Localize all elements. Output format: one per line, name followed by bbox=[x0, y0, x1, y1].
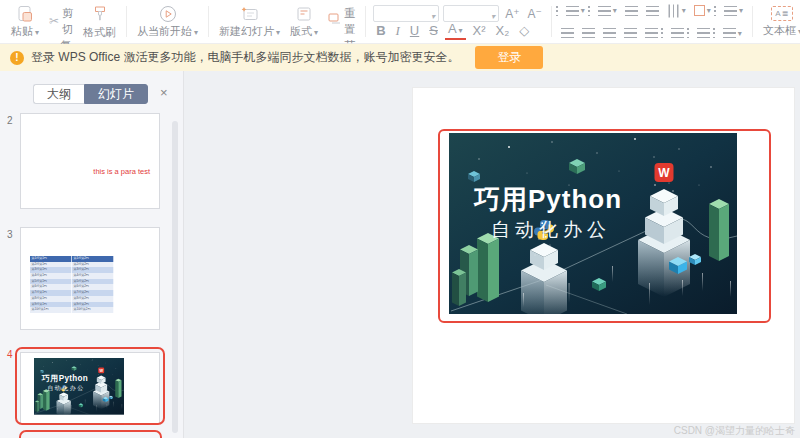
cut-copy-group: ✂ 剪切 ⧉ 复制 bbox=[44, 2, 78, 41]
slide-3-number: 3 bbox=[7, 229, 13, 240]
table-row: 第10行第1列 第10行第2列 bbox=[30, 307, 114, 313]
ribbon-toolbar: 粘贴 ✂ 剪切 ⧉ 复制 格式刷 从当前开始 bbox=[0, 0, 800, 44]
toolbar-separator bbox=[551, 6, 552, 37]
slide-title: 巧用Python bbox=[474, 182, 622, 217]
strikethrough-button[interactable]: S bbox=[426, 22, 441, 40]
sidebar-scrollbar[interactable] bbox=[172, 121, 178, 433]
decrease-font-size-button[interactable]: A⁻ bbox=[525, 7, 543, 21]
wps-presentation-window: 粘贴 ✂ 剪切 ⧉ 复制 格式刷 从当前开始 bbox=[0, 0, 800, 438]
paragraph-spacing-decrease-button[interactable] bbox=[692, 28, 710, 38]
decrease-indent-button[interactable] bbox=[625, 6, 638, 16]
warning-icon: ! bbox=[10, 51, 24, 65]
slide-2-text: this is a para test bbox=[93, 167, 150, 176]
italic-button[interactable]: I bbox=[393, 22, 403, 40]
paste-button[interactable]: 粘贴 bbox=[6, 2, 44, 41]
align-justify-icon bbox=[624, 28, 637, 38]
numbered-list-button[interactable] bbox=[593, 6, 617, 16]
bullet-list-icon bbox=[566, 6, 579, 16]
scissors-icon: ✂ bbox=[49, 13, 59, 29]
font-group: A⁺ A⁻ B I U S A X² X₂ ◇ bbox=[371, 2, 546, 41]
text-box-icon: A≣ bbox=[771, 4, 793, 23]
align-distribute-button[interactable] bbox=[645, 28, 658, 38]
tab-slides[interactable]: 幻灯片 bbox=[84, 84, 148, 104]
font-family-select[interactable] bbox=[373, 5, 439, 22]
slide-subtitle: 自动化办公 bbox=[491, 217, 611, 243]
reset-icon bbox=[328, 13, 341, 29]
cut-button[interactable]: ✂ 剪切 bbox=[46, 5, 76, 37]
clipboard-icon bbox=[15, 4, 35, 24]
align-justify-button[interactable] bbox=[624, 28, 637, 38]
numbered-list-icon bbox=[598, 6, 611, 16]
slide-panel: 大纲 幻灯片 × 2 this is a para test 3 第1行第1列 … bbox=[0, 71, 184, 438]
decrease-indent-icon bbox=[625, 6, 638, 16]
line-spacing-button[interactable] bbox=[719, 6, 743, 16]
increase-indent-icon bbox=[646, 6, 659, 16]
align-left-button[interactable] bbox=[561, 28, 574, 38]
layout-button[interactable]: 版式 bbox=[285, 2, 323, 41]
reset-section-group: 重置 节 bbox=[323, 2, 360, 41]
align-center-icon bbox=[582, 28, 595, 38]
new-slide-button[interactable]: 新建幻灯片 bbox=[214, 2, 285, 41]
tab-outline[interactable]: 大纲 bbox=[33, 84, 84, 104]
text-direction-button[interactable] bbox=[667, 6, 686, 16]
align-center-button[interactable] bbox=[582, 28, 595, 38]
toolbar-separator bbox=[752, 6, 753, 37]
slide-3-thumbnail[interactable]: 第1行第1列 第1行第2列 第2行第1列 第2行第2列 第3行第1列 第3行第2… bbox=[20, 227, 160, 330]
play-from-current-button[interactable]: 从当前开始 bbox=[132, 2, 203, 41]
cut-label: 剪切 bbox=[62, 5, 73, 37]
superscript-button[interactable]: X² bbox=[470, 22, 489, 40]
slide-4-image: 巧用Python 自动化办公 bbox=[34, 358, 124, 415]
font-size-select[interactable] bbox=[443, 5, 499, 22]
layout-icon bbox=[294, 4, 314, 24]
table-cell: 第10行第2列 bbox=[72, 307, 114, 313]
reset-label: 重置 bbox=[344, 5, 355, 37]
slide-canvas[interactable]: W bbox=[412, 87, 795, 424]
slide-3-table: 第1行第1列 第1行第2列 第2行第1列 第2行第2列 第3行第1列 第3行第2… bbox=[30, 256, 114, 313]
csdn-watermark: CSDN @渴望力量的哈士奇 bbox=[674, 424, 795, 438]
align-left-icon bbox=[561, 28, 574, 38]
align-distribute-icon bbox=[645, 28, 658, 38]
bold-button[interactable]: B bbox=[373, 22, 388, 40]
font-color-button[interactable]: A bbox=[445, 22, 466, 40]
slide-2-thumbnail[interactable]: this is a para test bbox=[20, 113, 160, 209]
toolbar-separator bbox=[126, 6, 127, 37]
toolbar-separator bbox=[208, 6, 209, 37]
align-right-button[interactable] bbox=[603, 28, 616, 38]
close-icon[interactable]: × bbox=[160, 85, 168, 100]
increase-indent-button[interactable] bbox=[646, 6, 659, 16]
text-box-button[interactable]: A≣ 文本框 bbox=[758, 2, 800, 41]
text-box-icon-glyph: A≣ bbox=[775, 9, 789, 18]
wps-logo-icon: W bbox=[658, 166, 670, 180]
play-circle-icon bbox=[158, 4, 178, 24]
subscript-button[interactable]: X₂ bbox=[493, 22, 513, 40]
slide-2-number: 2 bbox=[7, 115, 13, 126]
underline-button[interactable]: U bbox=[407, 22, 422, 40]
bullet-list-button[interactable] bbox=[561, 6, 585, 16]
new-slide-icon bbox=[239, 4, 261, 24]
line-spacing-options-button[interactable] bbox=[718, 28, 742, 38]
panel-tabs: 大纲 幻灯片 bbox=[33, 84, 148, 104]
align-objects-icon bbox=[694, 5, 705, 16]
align-objects-button[interactable] bbox=[694, 5, 711, 16]
paragraph-group bbox=[557, 2, 747, 41]
line-spacing-icon bbox=[724, 6, 737, 16]
slide-subtitle: 自动化办公 bbox=[47, 384, 85, 392]
slide-image-object[interactable]: W bbox=[449, 133, 737, 314]
notice-text: 登录 WPS Office 激活更多功能，电脑手机多端同步文档数据，账号加密更安… bbox=[31, 49, 459, 66]
login-button[interactable]: 登录 bbox=[475, 46, 543, 69]
line-spacing-options-icon bbox=[723, 28, 736, 38]
text-direction-icon bbox=[668, 4, 678, 17]
slide-4-thumbnail[interactable]: 巧用Python 自动化办公 bbox=[20, 352, 160, 424]
slide-title: 巧用Python bbox=[42, 373, 88, 384]
workspace: 大纲 幻灯片 × 2 this is a para test 3 第1行第1列 … bbox=[0, 71, 800, 438]
format-painter-button[interactable]: 格式刷 bbox=[78, 2, 121, 41]
toolbar-separator bbox=[365, 6, 366, 37]
increase-font-size-button[interactable]: A⁺ bbox=[503, 7, 521, 21]
align-right-icon bbox=[603, 28, 616, 38]
paragraph-spacing-increase-button[interactable] bbox=[666, 28, 684, 38]
chevron-down-icon bbox=[431, 5, 435, 23]
table-cell: 第10行第1列 bbox=[30, 307, 72, 313]
brush-icon bbox=[90, 4, 110, 24]
reset-button[interactable]: 重置 bbox=[325, 5, 358, 37]
clear-format-button[interactable]: ◇ bbox=[516, 22, 532, 40]
